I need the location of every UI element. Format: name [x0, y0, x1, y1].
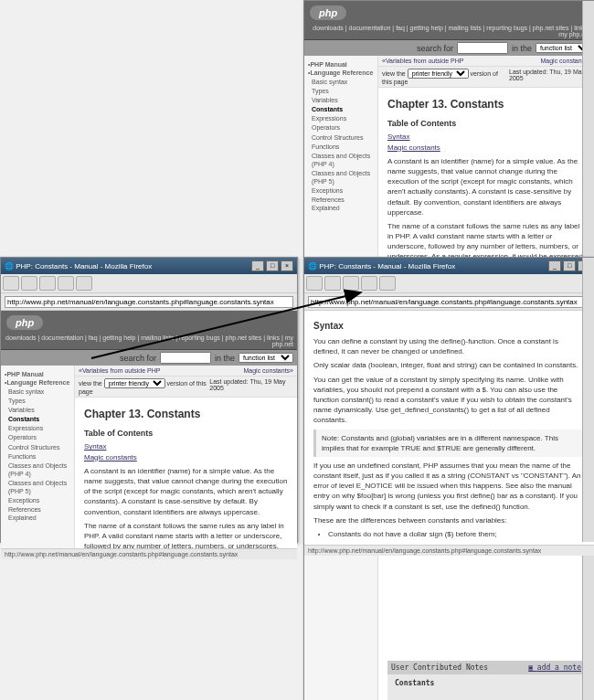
- back-button[interactable]: [306, 276, 323, 291]
- search-bar: search for in the function list: [304, 40, 594, 56]
- sidebar-item[interactable]: Exceptions: [308, 186, 374, 196]
- title-bar: 🌐 PHP: Constants - Manual - Mozilla Fire…: [304, 258, 594, 274]
- sidebar-item[interactable]: References Explained: [308, 196, 374, 213]
- browser-toolbar: [304, 274, 594, 293]
- user-notes: User Contributed Notes ▣ add a note Cons…: [387, 661, 585, 700]
- toc-link-syntax[interactable]: Syntax: [387, 133, 409, 141]
- in-label: in the: [512, 44, 532, 53]
- browser-toolbar: [1, 274, 297, 293]
- php-header: php: [304, 1, 594, 25]
- sidebar: •PHP Manual •Language Reference Basic sy…: [1, 366, 75, 548]
- url-input[interactable]: [5, 296, 293, 308]
- search-input[interactable]: [457, 42, 508, 54]
- search-scope-select[interactable]: function list: [239, 353, 293, 363]
- close-button[interactable]: ×: [281, 260, 293, 271]
- maximize-button[interactable]: □: [563, 260, 576, 271]
- breadcrumb: «Variables from outside PHP Magic consta…: [378, 56, 594, 67]
- reload-button[interactable]: [39, 276, 56, 291]
- sidebar-item[interactable]: Expressions: [308, 114, 374, 123]
- php-logo: php: [310, 5, 346, 20]
- sidebar-item[interactable]: Basic syntax: [308, 78, 374, 87]
- diff-list: Constants do not have a dollar sign ($) …: [313, 529, 585, 545]
- search-bar: search forin thefunction list: [1, 350, 297, 366]
- forward-button[interactable]: [324, 276, 341, 291]
- sidebar-item-active[interactable]: Constants: [308, 105, 374, 114]
- left-browser-window: 🌐 PHP: Constants - Manual - Mozilla Fire…: [0, 257, 298, 543]
- stop-button[interactable]: [58, 276, 74, 291]
- notes-section: Constants: [395, 679, 434, 687]
- php-logo: php: [6, 315, 43, 330]
- prev-link[interactable]: «Variables from outside PHP: [382, 58, 463, 64]
- home-button[interactable]: [379, 276, 396, 291]
- maximize-button[interactable]: □: [266, 260, 279, 271]
- minimize-button[interactable]: _: [251, 260, 264, 271]
- title-bar: 🌐 PHP: Constants - Manual - Mozilla Fire…: [1, 258, 297, 274]
- toc-link-magic[interactable]: Magic constants: [387, 143, 440, 152]
- search-input[interactable]: [160, 352, 211, 364]
- window-title: 🌐 PHP: Constants - Manual - Mozilla Fire…: [308, 262, 455, 270]
- add-note-link[interactable]: ▣ add a note: [528, 663, 581, 673]
- last-updated: Last updated: Thu, 19 May 2005: [509, 69, 590, 85]
- toc-heading: Table of Contents: [387, 118, 585, 130]
- note-namespace: Note: Constants and (global) variables a…: [313, 430, 585, 457]
- reload-button[interactable]: [343, 276, 359, 291]
- php-nav-links[interactable]: downloads | documentation | faq | gettin…: [1, 334, 297, 350]
- sidebar-manual-link[interactable]: •PHP Manual: [308, 61, 374, 68]
- view-select[interactable]: printer friendly: [408, 69, 469, 79]
- syntax-heading: Syntax: [313, 320, 585, 333]
- sidebar-item[interactable]: Classes and Objects (PHP 5): [308, 169, 374, 186]
- back-button[interactable]: [3, 276, 19, 291]
- sidebar-item[interactable]: Variables: [308, 96, 374, 105]
- sidebar-item[interactable]: Control Structures: [308, 133, 374, 143]
- address-bar: [1, 293, 297, 311]
- status-bar: http://www.php.net/manual/en/language.co…: [1, 548, 297, 559]
- stop-button[interactable]: [361, 276, 377, 291]
- php-nav-links[interactable]: downloads | documentation | faq | gettin…: [304, 25, 594, 40]
- search-label: search for: [417, 44, 453, 53]
- php-header: php: [1, 311, 297, 334]
- window-title: 🌐 PHP: Constants - Manual - Mozilla Fire…: [5, 262, 152, 270]
- right-browser-window: 🌐 PHP: Constants - Manual - Mozilla Fire…: [303, 257, 594, 543]
- minimize-button[interactable]: _: [548, 260, 561, 271]
- para-constant-def: A constant is an identifier (name) for a…: [387, 156, 585, 217]
- forward-button[interactable]: [21, 276, 37, 291]
- url-input[interactable]: [308, 296, 590, 308]
- scrollbar[interactable]: [582, 258, 594, 542]
- sidebar-ref-link[interactable]: •Language Reference: [308, 69, 374, 76]
- sidebar-list: Basic syntax Types Variables Constants E…: [308, 78, 374, 213]
- view-bar: view the printer friendly version of thi…: [378, 67, 594, 88]
- chapter-title: Chapter 13. Constants: [387, 97, 585, 112]
- sidebar-item[interactable]: Classes and Objects (PHP 4): [308, 152, 374, 169]
- sidebar-item[interactable]: Types: [308, 87, 374, 96]
- user-notes-header: User Contributed Notes ▣ add a note: [387, 661, 585, 674]
- status-bar: http://www.php.net/manual/en/language.co…: [304, 545, 594, 556]
- sidebar-item[interactable]: Operators: [308, 123, 374, 133]
- home-button[interactable]: [76, 276, 92, 291]
- sidebar-item[interactable]: Functions: [308, 143, 374, 152]
